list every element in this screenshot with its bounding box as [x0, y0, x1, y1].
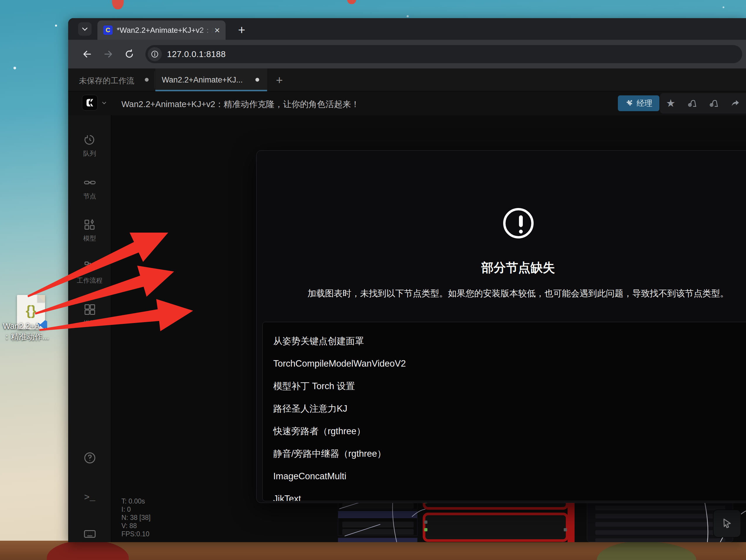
share-icon[interactable] — [729, 97, 741, 109]
missing-node-item[interactable]: 从姿势关键点创建面罩 — [273, 330, 746, 352]
url-text[interactable]: 127.0.0.1:8188 — [167, 50, 226, 59]
sidebar-label-models: 模型 — [68, 234, 111, 243]
wallpaper-red-creature — [47, 540, 129, 560]
sidebar-item-shortcuts[interactable] — [68, 527, 111, 542]
browser-tab-strip: C *Wan2.2+Animate+KJ+v2：精 × + — [68, 18, 746, 40]
wallpaper-sparkle — [407, 15, 409, 17]
missing-node-item[interactable]: 模型补丁 Torch 设置 — [273, 375, 746, 397]
manager-button-label: 经理 — [637, 98, 652, 109]
json-braces-glyph: {} — [17, 303, 45, 318]
link-icon — [83, 176, 96, 189]
wallpaper-jellyfish — [112, 0, 124, 9]
workflow-menu-chevron-icon[interactable] — [101, 100, 107, 106]
sidebar-item-models[interactable]: 模型 — [68, 218, 111, 243]
missing-nodes-dialog: × 部分节点缺失 加载图表时，未找到以下节点类型。如果您的安装版本较低，也可能会… — [256, 150, 746, 503]
workflow-title: Wan2.2+Animate+KJ+v2：精准动作克隆，让你的角色活起来！ — [121, 99, 360, 110]
history-icon — [83, 133, 96, 146]
wallpaper-ground — [0, 541, 746, 560]
header-icon-group: ★ — [660, 93, 746, 114]
wallpaper-sparkle — [13, 67, 16, 69]
help-icon — [83, 451, 96, 465]
warning-exclamation-bar — [519, 215, 523, 227]
reload-button[interactable] — [121, 46, 137, 62]
missing-node-item[interactable]: TorchCompileModelWanVideoV2 — [273, 352, 746, 375]
browser-tab-title: *Wan2.2+Animate+KJ+v2：精 — [117, 25, 213, 35]
desktop-icon-label-line2: ：精准动作... — [3, 332, 85, 342]
wallpaper-sparkle — [723, 6, 724, 8]
workflow-graph-icon — [83, 260, 96, 273]
info-icon — [151, 50, 159, 58]
workflow-tab-unsaved[interactable]: 未保存的工作流 — [79, 76, 134, 86]
warning-icon — [503, 208, 534, 239]
comfyui-logo-icon — [85, 98, 95, 108]
reload-icon — [124, 49, 134, 59]
site-info-button[interactable] — [148, 47, 162, 61]
workflow-tab-bar: 未保存的工作流 Wan2.2+Animate+KJ... + — [68, 68, 746, 91]
forward-button[interactable] — [101, 46, 116, 62]
sidebar-label-nodes: 节点 — [68, 192, 111, 201]
forward-arrow-icon — [103, 49, 113, 59]
warning-exclamation-dot — [519, 230, 523, 233]
tab-close-icon[interactable]: × — [214, 25, 220, 35]
pointer-tool-button[interactable] — [713, 509, 741, 537]
browser-tab-active[interactable]: C *Wan2.2+Animate+KJ+v2：精 × — [97, 21, 226, 40]
new-tab-button[interactable]: + — [234, 23, 249, 37]
browser-toolbar: 127.0.0.1:8188 — [68, 40, 746, 68]
manager-button[interactable]: 经理 — [618, 95, 659, 111]
wallpaper-green-bush — [597, 541, 696, 560]
dialog-description: 加载图表时，未找到以下节点类型。如果您的安装版本较低，也可能会遇到此问题，导致找… — [257, 288, 746, 300]
sidebar-item-workflows[interactable]: 工作流程 — [68, 260, 111, 285]
missing-node-item[interactable]: JikText — [273, 487, 746, 501]
chevron-down-icon — [81, 25, 89, 33]
cursor-icon — [721, 517, 733, 530]
tab-search-button[interactable] — [78, 22, 92, 36]
sidebar-item-help[interactable] — [68, 451, 111, 466]
workflow-tab-active-label: Wan2.2+Animate+KJ... — [162, 76, 243, 85]
unsaved-dot-icon — [145, 78, 149, 82]
unsaved-dot-icon — [255, 78, 259, 82]
missing-node-item[interactable]: 静音/旁路中继器（rgthree） — [273, 442, 746, 465]
missing-node-item[interactable]: 快速旁路者（rgthree） — [273, 420, 746, 442]
missing-node-list[interactable]: 从姿势关键点创建面罩 TorchCompileModelWanVideoV2 模… — [262, 322, 746, 501]
terminal-icon: >_ — [84, 492, 95, 503]
dialog-title: 部分节点缺失 — [257, 259, 746, 276]
puzzle-icon — [625, 99, 633, 107]
wallpaper-jellyfish — [347, 0, 356, 4]
keyboard-icon — [83, 527, 96, 541]
models-icon — [83, 218, 96, 231]
active-tab-underline — [155, 90, 267, 91]
favorite-star-icon[interactable]: ★ — [665, 97, 677, 109]
desktop-workflow-file-icon[interactable]: {} Wan2.2+A... ：精准动作... — [12, 292, 76, 345]
sidebar-item-queue[interactable]: 队列 — [68, 133, 111, 158]
back-button[interactable] — [79, 46, 95, 62]
workflow-tab-active[interactable]: Wan2.2+Animate+KJ... — [155, 68, 267, 91]
comfyui-favicon: C — [103, 25, 113, 35]
sidebar-label-workflows: 工作流程 — [68, 276, 111, 285]
sidebar-item-nodes[interactable]: 节点 — [68, 176, 111, 201]
paper-fold-shadow — [37, 295, 45, 303]
sidebar-label-queue: 队列 — [68, 149, 111, 158]
tab-divider — [154, 72, 155, 88]
missing-node-item[interactable]: ImageConcatMulti — [273, 465, 746, 487]
comfyui-logo[interactable] — [82, 95, 98, 111]
back-arrow-icon — [82, 49, 92, 59]
title-chevron-icon[interactable] — [336, 100, 343, 107]
vacuum-icon[interactable] — [686, 97, 698, 109]
missing-node-item[interactable]: 路径圣人注意力KJ — [273, 397, 746, 420]
desktop-icon-label-line1: Wan2.2+A... — [3, 322, 85, 331]
sidebar-item-terminal[interactable]: >_ — [68, 492, 111, 503]
new-workflow-button[interactable]: + — [273, 74, 286, 87]
comfyui-app: 未保存的工作流 Wan2.2+Animate+KJ... + Wan2.2+An… — [68, 68, 746, 542]
comfy-header-bar: Wan2.2+Animate+KJ+v2：精准动作克隆，让你的角色活起来！ 经理… — [68, 91, 746, 115]
browser-window: C *Wan2.2+Animate+KJ+v2：精 × + — [68, 18, 746, 542]
wallpaper-sparkle — [55, 25, 57, 27]
templates-icon — [83, 303, 96, 316]
address-bar[interactable]: 127.0.0.1:8188 — [145, 45, 742, 63]
vacuum-icon[interactable] — [708, 97, 720, 109]
